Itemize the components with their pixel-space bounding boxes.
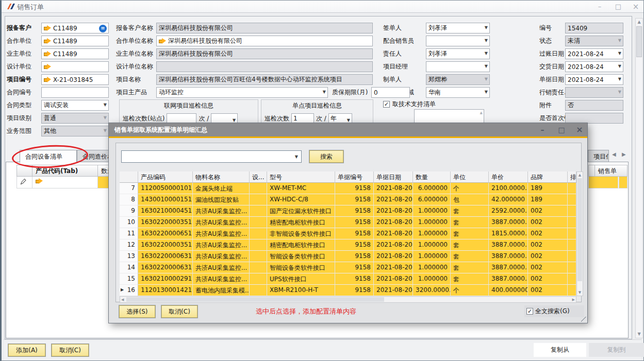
scrollbar-thumb[interactable] xyxy=(126,297,384,302)
table-cell[interactable]: 002 xyxy=(528,228,568,239)
first-sale-field[interactable] xyxy=(565,113,623,124)
table-cell[interactable] xyxy=(250,285,267,296)
column-header[interactable]: 单位 xyxy=(451,171,489,183)
table-cell[interactable]: 智能设备类软件接口 xyxy=(267,251,335,262)
table-cell[interactable] xyxy=(568,273,576,285)
table-cell[interactable]: 189 xyxy=(528,183,568,194)
partner-unit-field[interactable]: C11489 xyxy=(41,36,109,46)
responsible-person-field[interactable]: 刘孝泽▼ xyxy=(426,48,490,59)
table-cell[interactable]: 1630220000631 xyxy=(138,251,193,262)
table-cell[interactable] xyxy=(250,273,267,285)
signer-field[interactable]: 刘孝泽▼ xyxy=(426,23,490,33)
contract-type-field[interactable]: 调试安装▼ xyxy=(41,100,109,111)
tab-contract-cost[interactable]: 合同造价相 xyxy=(77,150,109,162)
column-header[interactable]: 设... xyxy=(250,171,267,183)
table-cell[interactable]: 9158 xyxy=(335,205,374,217)
doc-number-field[interactable]: 15409 xyxy=(565,23,623,33)
table-cell[interactable]: 国产定位漏水软件接口 xyxy=(267,205,335,217)
column-header[interactable]: 单据日期 xyxy=(374,171,413,183)
table-cell[interactable]: 1630210000451 xyxy=(138,205,193,217)
table-cell[interactable]: 1.000000 xyxy=(413,251,451,262)
fulltext-search-checkbox[interactable]: ✓ xyxy=(526,308,533,315)
table-cell[interactable] xyxy=(250,251,267,262)
dropdown-arrow-icon[interactable]: ▼ xyxy=(347,116,350,123)
dropdown-arrow-icon[interactable]: ▼ xyxy=(485,51,488,56)
table-cell[interactable]: UPS软件接口 xyxy=(267,273,335,285)
column-header[interactable] xyxy=(120,171,138,183)
table-cell[interactable]: 1.000000 xyxy=(413,262,451,273)
table-row[interactable]: 111630220000651共济AU采集监控...非智能设备类软件接口9158… xyxy=(120,228,576,239)
scroll-up-icon[interactable]: ▲ xyxy=(480,111,483,115)
inspection-count-input[interactable]: 1 xyxy=(291,113,314,123)
grid-row-product-cell[interactable] xyxy=(32,177,98,188)
table-cell[interactable]: 蓄电池内阻采集模... xyxy=(193,285,250,296)
table-row[interactable]: 91630210000451共济AU采集监控...国产定位漏水软件接口91582… xyxy=(120,205,576,217)
row-number-cell[interactable]: 9 xyxy=(120,205,138,217)
row-number-cell[interactable]: 7 xyxy=(120,183,138,194)
table-cell[interactable]: 3200.0000... xyxy=(413,285,451,296)
scroll-down-icon[interactable]: ▼ xyxy=(636,331,642,338)
add-button[interactable]: 添加(A) xyxy=(8,344,45,356)
table-cell[interactable]: 套 xyxy=(451,228,489,239)
grid-row-cell[interactable] xyxy=(619,177,628,188)
link-arrow-icon[interactable] xyxy=(44,25,51,31)
table-cell[interactable]: 1.000000 xyxy=(413,239,451,251)
table-cell[interactable]: 2021-08-20 xyxy=(374,273,413,285)
table-cell[interactable]: 1120130001421 xyxy=(138,285,193,296)
table-cell[interactable]: 3887.0000... xyxy=(489,217,528,228)
sales-region-field[interactable]: 华南▼ xyxy=(426,87,490,98)
posting-date-field[interactable]: 2021-08-24▼ xyxy=(565,48,623,59)
row-number-cell[interactable]: 14 xyxy=(120,262,138,273)
doc-creator-field[interactable]: 郑熠桦▼ xyxy=(426,74,490,85)
table-cell[interactable]: 9158 xyxy=(335,239,374,251)
table-cell[interactable]: 002 xyxy=(528,205,568,217)
table-cell[interactable] xyxy=(250,217,267,228)
copy-from-button[interactable]: 复制从 xyxy=(534,343,586,357)
scroll-down-icon[interactable]: ▼ xyxy=(577,289,583,296)
copy-to-button[interactable]: 复制到 xyxy=(589,343,644,357)
link-arrow-icon[interactable] xyxy=(44,64,51,70)
table-cell[interactable]: 2021-08-20 xyxy=(374,228,413,239)
table-row[interactable]: 121630220000351共济AU采集监控...精密配电柜软件接口91582… xyxy=(120,239,576,251)
inspection-period-select[interactable]: ▼ xyxy=(211,113,238,123)
dropdown-arrow-icon[interactable]: ▼ xyxy=(618,77,621,81)
row-number-cell[interactable]: 8 xyxy=(120,194,138,205)
column-header[interactable]: 排 xyxy=(568,171,576,183)
table-cell[interactable]: 包 xyxy=(451,194,489,205)
table-cell[interactable]: 1630220000631 xyxy=(138,262,193,273)
table-cell[interactable] xyxy=(250,183,267,194)
table-row[interactable]: 81430010000151漏油线固定胶贴XW-HDC-C/891582021-… xyxy=(120,194,576,205)
table-cell[interactable]: 2021-08-20 xyxy=(374,183,413,194)
table-cell[interactable]: 9158 xyxy=(335,262,374,273)
tab-next-icon[interactable]: ▶ xyxy=(622,151,626,157)
table-cell[interactable]: 9158 xyxy=(335,273,374,285)
table-cell[interactable]: 002 xyxy=(528,217,568,228)
dropdown-arrow-icon[interactable]: ▼ xyxy=(233,116,236,123)
table-cell[interactable]: 套 xyxy=(451,239,489,251)
table-cell[interactable]: 002 xyxy=(528,273,568,285)
table-cell[interactable] xyxy=(250,205,267,217)
table-row[interactable]: 151630210000291共济AU采集监控...UPS软件接口9158202… xyxy=(120,273,576,285)
table-cell[interactable] xyxy=(568,217,576,228)
table-row[interactable]: 141630220000631共济AU采集监控...智能设备类软件接口91582… xyxy=(120,262,576,273)
table-cell[interactable]: 1630220000351 xyxy=(138,239,193,251)
table-cell[interactable] xyxy=(250,239,267,251)
scroll-up-icon[interactable]: ▲ xyxy=(636,19,642,26)
dropdown-arrow-icon[interactable]: ▼ xyxy=(618,90,621,94)
window-minimize-icon[interactable]: – xyxy=(592,2,607,12)
dropdown-arrow-icon[interactable]: ▼ xyxy=(485,77,488,81)
main-vertical-scrollbar[interactable]: ▲ ▼ xyxy=(635,18,643,338)
co-salesman-field[interactable]: ▼ xyxy=(426,36,490,46)
table-cell[interactable]: 非智能设备类软件接口 xyxy=(267,228,335,239)
table-cell[interactable]: 个 xyxy=(451,285,489,296)
table-cell[interactable] xyxy=(568,205,576,217)
table-cell[interactable]: 3887.0000... xyxy=(489,262,528,273)
dialog-vertical-scrollbar[interactable]: ▲ ▼ xyxy=(576,171,583,296)
table-cell[interactable]: 套 xyxy=(451,273,489,285)
report-customer-name-field[interactable]: 深圳易信科技股份有限公司 xyxy=(156,23,373,33)
table-cell[interactable]: 2021-08-20 xyxy=(374,262,413,273)
choose-from-list-icon[interactable]: ≡ xyxy=(99,25,107,32)
tab-project-info[interactable]: 项目信 xyxy=(588,150,609,162)
scroll-right-icon[interactable]: ▶ xyxy=(572,298,575,302)
dialog-resize-grip[interactable] xyxy=(581,317,586,322)
